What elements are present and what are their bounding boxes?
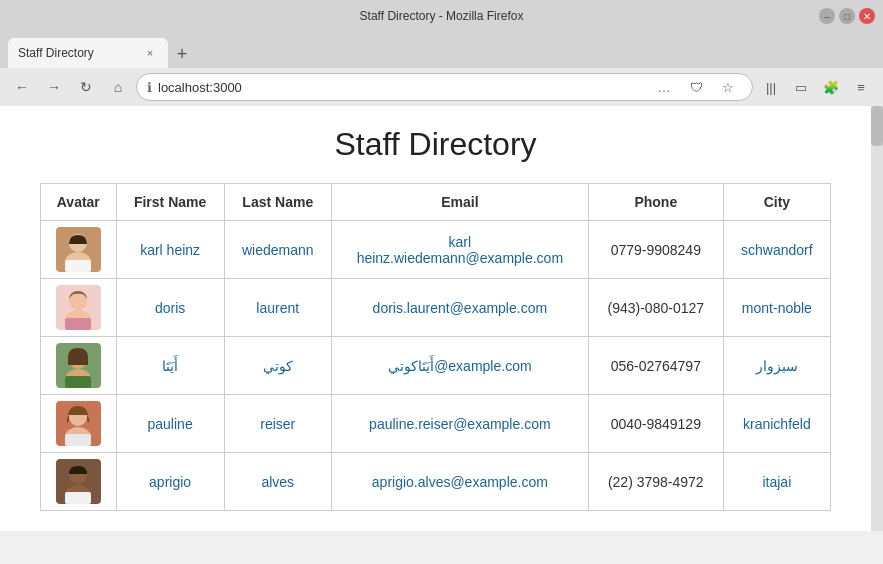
first-name-cell: أَيَتَا <box>116 337 224 395</box>
browser-window: Staff Directory - Mozilla Firefox – □ ✕ … <box>0 0 883 564</box>
tab-label: Staff Directory <box>18 46 94 60</box>
close-button[interactable]: ✕ <box>859 8 875 24</box>
svg-rect-12 <box>65 376 91 388</box>
first-name-cell: aprigio <box>116 453 224 511</box>
column-header: Phone <box>588 184 723 221</box>
email-cell: aprigio.alves@example.com <box>331 453 588 511</box>
table-row: أَيَتَاكوتيأَيَتَاكوتي@example.com056-02… <box>41 337 831 395</box>
menu-button[interactable]: ≡ <box>847 73 875 101</box>
column-header: Last Name <box>224 184 331 221</box>
last-name-cell: reiser <box>224 395 331 453</box>
email-cell: doris.laurent@example.com <box>331 279 588 337</box>
home-button[interactable]: ⌂ <box>104 73 132 101</box>
last-name-cell: wiedemann <box>224 221 331 279</box>
page-scroll-area[interactable]: Staff Directory AvatarFirst NameLast Nam… <box>0 106 871 531</box>
first-name-cell: doris <box>116 279 224 337</box>
scrollbar[interactable] <box>871 106 883 531</box>
first-name-cell: karl heinz <box>116 221 224 279</box>
table-row: dorislaurentdoris.laurent@example.com(94… <box>41 279 831 337</box>
staff-table: AvatarFirst NameLast NameEmailPhoneCity … <box>40 183 831 511</box>
avatar <box>56 227 101 272</box>
phone-cell: 056-02764797 <box>588 337 723 395</box>
last-name-cell: كوتي <box>224 337 331 395</box>
table-row: karl heinzwiedemannkarl heinz.wiedemann@… <box>41 221 831 279</box>
reload-button[interactable]: ↻ <box>72 73 100 101</box>
column-header: Avatar <box>41 184 117 221</box>
city-cell: kranichfeld <box>723 395 830 453</box>
extensions-button[interactable]: 🧩 <box>817 73 845 101</box>
content-area: Staff Directory AvatarFirst NameLast Nam… <box>0 106 883 531</box>
bookmark-button[interactable]: ☆ <box>714 73 742 101</box>
page-title: Staff Directory <box>40 126 831 163</box>
avatar-cell <box>41 337 117 395</box>
window-title: Staff Directory - Mozilla Firefox <box>360 9 524 23</box>
more-button[interactable]: … <box>650 73 678 101</box>
last-name-cell: laurent <box>224 279 331 337</box>
maximize-button[interactable]: □ <box>839 8 855 24</box>
table-row: aprigioalvesaprigio.alves@example.com(22… <box>41 453 831 511</box>
phone-cell: (22) 3798-4972 <box>588 453 723 511</box>
shield-button[interactable]: 🛡 <box>682 73 710 101</box>
table-header-row: AvatarFirst NameLast NameEmailPhoneCity <box>41 184 831 221</box>
sidebar-button[interactable]: ▭ <box>787 73 815 101</box>
scrollbar-thumb[interactable] <box>871 106 883 146</box>
phone-cell: 0040-9849129 <box>588 395 723 453</box>
tab-close-button[interactable]: × <box>142 45 158 61</box>
avatar <box>56 285 101 330</box>
library-button[interactable]: ||| <box>757 73 785 101</box>
city-cell: schwandorf <box>723 221 830 279</box>
active-tab[interactable]: Staff Directory × <box>8 38 168 68</box>
address-bar-row: ← → ↻ ⌂ ℹ … 🛡 ☆ ||| ▭ 🧩 ≡ <box>0 68 883 106</box>
avatar <box>56 459 101 504</box>
email-cell: karl heinz.wiedemann@example.com <box>331 221 588 279</box>
title-bar: Staff Directory - Mozilla Firefox – □ ✕ <box>0 0 883 32</box>
avatar-cell <box>41 395 117 453</box>
column-header: City <box>723 184 830 221</box>
info-icon: ℹ <box>147 80 152 95</box>
phone-cell: (943)-080-0127 <box>588 279 723 337</box>
toolbar-actions: ||| ▭ 🧩 ≡ <box>757 73 875 101</box>
forward-button[interactable]: → <box>40 73 68 101</box>
last-name-cell: alves <box>224 453 331 511</box>
avatar <box>56 401 101 446</box>
svg-rect-20 <box>65 492 91 504</box>
avatar-cell <box>41 453 117 511</box>
back-button[interactable]: ← <box>8 73 36 101</box>
new-tab-button[interactable]: + <box>168 40 196 68</box>
email-cell: pauline.reiser@example.com <box>331 395 588 453</box>
minimize-button[interactable]: – <box>819 8 835 24</box>
city-cell: mont-noble <box>723 279 830 337</box>
avatar-cell <box>41 279 117 337</box>
address-bar-input[interactable] <box>158 80 644 95</box>
phone-cell: 0779-9908249 <box>588 221 723 279</box>
svg-rect-4 <box>65 260 91 272</box>
city-cell: itajai <box>723 453 830 511</box>
email-cell: أَيَتَاكوتي@example.com <box>331 337 588 395</box>
column-header: Email <box>331 184 588 221</box>
first-name-cell: pauline <box>116 395 224 453</box>
table-row: paulinereiserpauline.reiser@example.com0… <box>41 395 831 453</box>
city-cell: سبزوار <box>723 337 830 395</box>
tab-bar: Staff Directory × + <box>0 32 883 68</box>
address-bar-actions: … 🛡 ☆ <box>650 73 742 101</box>
svg-rect-8 <box>65 318 91 330</box>
window-controls: – □ ✕ <box>819 8 875 24</box>
avatar-cell <box>41 221 117 279</box>
address-bar-container: ℹ … 🛡 ☆ <box>136 73 753 101</box>
svg-rect-16 <box>65 434 91 446</box>
column-header: First Name <box>116 184 224 221</box>
avatar <box>56 343 101 388</box>
